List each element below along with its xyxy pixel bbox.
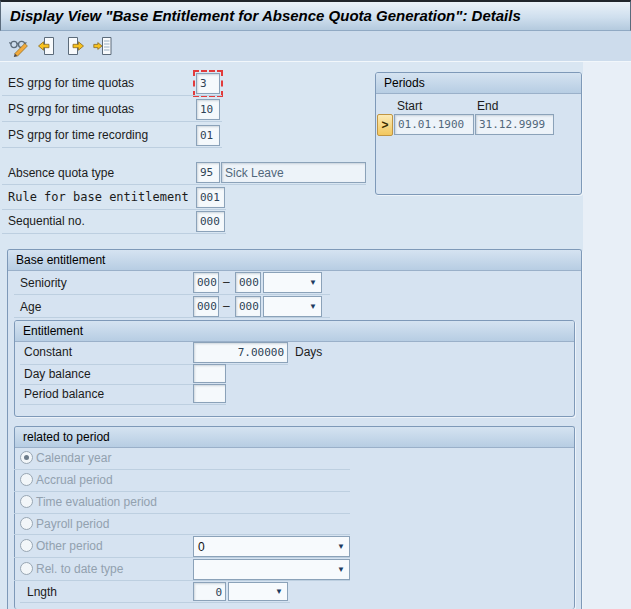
page-title: Display View "Base Entitlement for Absen… <box>10 7 521 24</box>
period-balance-field[interactable] <box>193 384 226 403</box>
previous-entry-button[interactable] <box>36 35 58 57</box>
chevron-down-icon: ▼ <box>275 586 283 598</box>
age-label: Age <box>20 300 41 314</box>
chevron-down-icon: ▼ <box>309 277 317 289</box>
chevron-down-icon: ▼ <box>309 301 317 313</box>
periods-start-label: Start <box>397 99 422 113</box>
day-balance-field[interactable] <box>193 364 226 383</box>
payroll-period-label: Payroll period <box>36 517 109 531</box>
other-period-label: Other period <box>36 539 103 553</box>
row-underline <box>2 121 222 122</box>
calendar-year-label: Calendar year <box>36 451 111 465</box>
row-underline <box>14 557 350 558</box>
row-underline <box>20 602 290 603</box>
rule-label: Rule for base entitlement <box>8 190 189 204</box>
ps-grpg-quotas-label: PS grpg for time quotas <box>8 102 134 116</box>
row-underline <box>14 580 350 581</box>
row-underline <box>2 147 222 148</box>
row-underline <box>14 491 350 492</box>
row-underline <box>20 364 288 365</box>
age-dash: – <box>223 299 230 313</box>
lngth-unit-dropdown[interactable]: ▼ <box>228 582 288 601</box>
seniority-label: Seniority <box>20 276 67 290</box>
sequential-no-field[interactable]: 000 <box>196 211 225 232</box>
ps-grpg-recording-field[interactable]: 01 <box>196 125 220 146</box>
age-from-field[interactable]: 000 <box>193 296 219 317</box>
row-underline <box>2 95 222 96</box>
rel-to-date-type-label: Rel. to date type <box>36 562 123 576</box>
periods-end-label: End <box>477 99 498 113</box>
row-underline <box>14 317 330 318</box>
related-to-period-title: related to period <box>15 427 574 448</box>
row-selector-button[interactable]: > <box>377 114 393 136</box>
ps-grpg-recording-label: PS grpg for time recording <box>8 128 148 142</box>
row-underline <box>2 209 226 210</box>
rel-to-date-type-dropdown[interactable]: ▼ <box>193 559 350 580</box>
display-change-icon <box>8 35 30 57</box>
periods-title: Periods <box>376 73 581 94</box>
age-to-field[interactable]: 000 <box>235 296 261 317</box>
seniority-dash: – <box>223 275 230 289</box>
period-balance-label: Period balance <box>24 387 104 401</box>
seniority-from-field[interactable]: 000 <box>193 272 219 293</box>
row-underline <box>14 294 330 295</box>
ps-grpg-quotas-field[interactable]: 10 <box>196 99 220 120</box>
constant-field[interactable]: 7.00000 <box>193 342 288 363</box>
rel-to-date-type-radio[interactable] <box>20 562 33 575</box>
chevron-down-icon: ▼ <box>337 541 345 553</box>
display-change-button[interactable] <box>8 35 30 57</box>
payroll-period-radio[interactable] <box>20 517 33 530</box>
entitlement-groupbox: Entitlement <box>14 320 575 417</box>
time-evaluation-period-label: Time evaluation period <box>36 495 157 509</box>
previous-entry-icon <box>36 35 58 57</box>
day-balance-label: Day balance <box>24 367 91 381</box>
sequential-no-label: Sequential no. <box>8 214 85 228</box>
seniority-to-field[interactable]: 000 <box>235 272 261 293</box>
other-period-radio[interactable] <box>20 539 33 552</box>
other-entry-icon <box>92 35 114 57</box>
absence-quota-type-label: Absence quota type <box>8 166 114 180</box>
lngth-field[interactable]: 0 <box>193 582 226 601</box>
accrual-period-radio[interactable] <box>20 473 33 486</box>
sap-window: Display View "Base Entitlement for Absen… <box>0 0 631 609</box>
rule-field[interactable]: 001 <box>196 187 225 208</box>
es-grpg-field[interactable]: 3 <box>196 73 220 94</box>
seniority-unit-dropdown[interactable]: ▼ <box>263 272 322 293</box>
row-underline <box>20 404 226 405</box>
accrual-period-label: Accrual period <box>36 473 113 487</box>
row-underline <box>14 534 350 535</box>
absence-quota-type-field[interactable]: 95 <box>196 162 220 183</box>
absence-quota-type-text: Sick Leave <box>221 162 366 183</box>
other-entry-button[interactable] <box>92 35 114 57</box>
constant-unit-label: Days <box>295 345 322 359</box>
lngth-label: Lngth <box>27 585 57 599</box>
chevron-down-icon: ▼ <box>337 564 345 576</box>
other-period-dropdown[interactable]: 0▼ <box>193 536 350 557</box>
entitlement-title: Entitlement <box>15 321 574 342</box>
row-underline <box>14 513 350 514</box>
period-start-field[interactable]: 01.01.1900 <box>394 114 474 135</box>
application-toolbar <box>0 31 631 62</box>
es-grpg-label: ES grpg for time quotas <box>8 76 134 90</box>
row-underline <box>2 184 366 185</box>
row-underline <box>14 469 350 470</box>
period-end-field[interactable]: 31.12.9999 <box>475 114 554 135</box>
title-bar: Display View "Base Entitlement for Absen… <box>0 0 631 31</box>
other-period-value: 0 <box>198 540 205 554</box>
age-unit-dropdown[interactable]: ▼ <box>263 296 322 317</box>
calendar-year-radio[interactable] <box>20 451 33 464</box>
constant-label: Constant <box>24 345 72 359</box>
base-entitlement-title: Base entitlement <box>8 250 581 271</box>
row-underline <box>2 233 226 234</box>
next-entry-icon <box>64 35 86 57</box>
time-evaluation-period-radio[interactable] <box>20 495 33 508</box>
content-right-margin <box>583 62 631 609</box>
next-entry-button[interactable] <box>64 35 86 57</box>
